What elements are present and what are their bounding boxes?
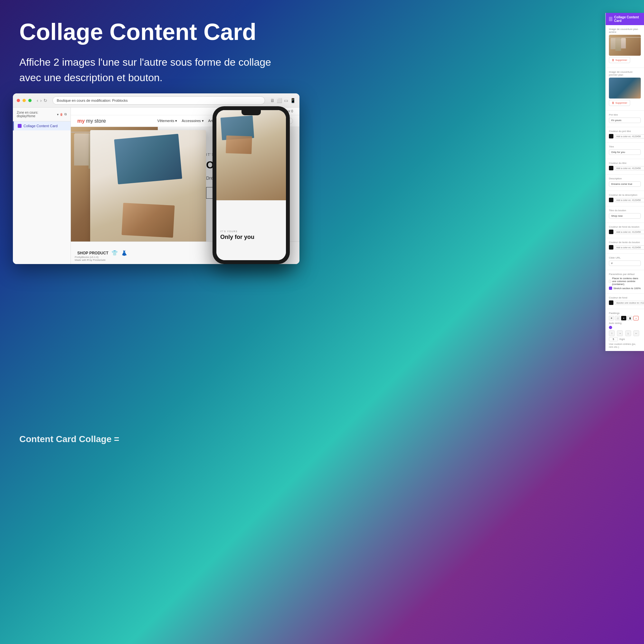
panel-desc-color-section: Couleur de la description	[606, 191, 644, 206]
panel-padding-arrows: ↑ → ↓ ←	[609, 330, 641, 336]
phone-collage-bg	[216, 110, 286, 200]
padding-mobile-icon[interactable]: 📱	[627, 316, 632, 320]
panel-bg-image-delete-btn[interactable]: 🗑 Supprimer	[609, 57, 630, 63]
panel-title-section: Titre	[606, 143, 644, 159]
shop-nav-vetements[interactable]: Vêtements ▾	[157, 119, 177, 123]
nav-back-icon[interactable]: ‹	[37, 98, 38, 103]
desktop-icon[interactable]: 🖥	[270, 98, 275, 103]
panel-title-color-swatch[interactable]	[609, 166, 613, 170]
padding-top-input[interactable]	[609, 337, 618, 341]
panel-bg-color-row	[609, 300, 641, 305]
phone-pretitle: IT'S YOURS	[220, 230, 282, 232]
hero-title: Collage Content Card	[19, 19, 348, 45]
phone-screen: IT'S YOURS Only for you	[216, 110, 286, 260]
shop-nav-accessoires[interactable]: Accessoires ▾	[182, 119, 204, 123]
trash-icon: 🗑	[612, 59, 614, 62]
padding-circle-icon[interactable]: ●	[621, 316, 626, 320]
panel-title-color-input[interactable]	[615, 166, 644, 170]
sidebar-zone-dropdown-icon[interactable]: ▾	[57, 113, 59, 116]
tablet-icon[interactable]: ⬜	[277, 98, 282, 103]
panel-padding-icons: 🖥 ⬜ ● 📱 ✕	[609, 316, 641, 320]
padding-reset-icon[interactable]: ✕	[633, 316, 639, 320]
collage-foreground-image	[90, 130, 206, 256]
panel-bg-color-swatch[interactable]	[609, 300, 613, 305]
padding-tablet-icon[interactable]: ⬜	[615, 316, 620, 320]
padding-right-label: Right	[619, 338, 626, 340]
padding-desktop-icon[interactable]: 🖥	[609, 316, 614, 320]
padding-left-arrow[interactable]: ←	[633, 330, 639, 336]
panel-bg-image-preview	[609, 35, 641, 56]
browser-sidebar: Zone en cours: displayHome ▾ 🗑 ⧉ Collage…	[13, 108, 71, 264]
shop-logo-store: my store	[86, 118, 106, 124]
nav-refresh-icon[interactable]: ↻	[43, 98, 47, 103]
panel-btn-title-input[interactable]	[609, 213, 641, 219]
panel-bg-color-input[interactable]	[615, 301, 644, 305]
panel-fg-image-delete-btn[interactable]: 🗑 Supprimer	[609, 100, 630, 106]
panel-btn-text-color-label: Couleur de texte du bouton	[609, 241, 641, 244]
panel-pretitle-color-input[interactable]	[615, 134, 644, 138]
sidebar-item-icon	[18, 124, 22, 128]
panel-pretitle-color-section: Couleur du pré titre	[606, 127, 644, 143]
mobile-icon[interactable]: 📱	[290, 98, 296, 103]
panel-btn-text-color-swatch[interactable]	[609, 245, 613, 250]
sidebar-copy-icon[interactable]: ⧉	[64, 112, 67, 116]
panel-btn-bg-color-section: Couleur de fond du bouton	[606, 223, 644, 238]
panel-paddings-label: Paddings	[609, 312, 641, 315]
panel-title-color-row	[609, 166, 641, 170]
panel-center-content-checkbox[interactable]	[609, 280, 611, 283]
panel-btn-bg-color-input[interactable]	[615, 230, 644, 234]
browser-close-btn[interactable]	[17, 99, 20, 102]
panel-btn-bg-color-swatch[interactable]	[609, 230, 613, 234]
panel-btn-text-color-input[interactable]	[615, 245, 644, 250]
boots-overlay	[121, 203, 175, 238]
tablet-rotated-icon[interactable]: ▭	[284, 98, 288, 103]
url-text: Boutique en cours de modification: Probl…	[57, 99, 128, 102]
trash-icon-2: 🗑	[612, 101, 614, 104]
panel-auto-sizing-label: Auto sizing	[609, 322, 641, 325]
panel-pretitle-color-swatch[interactable]	[609, 134, 613, 138]
padding-right-arrow[interactable]: →	[617, 330, 623, 336]
browser-nav-icons: ‹ › ↻	[37, 98, 47, 103]
panel-stretch-label: Stretch section to 100%	[613, 287, 641, 290]
padding-up-arrow[interactable]: ↑	[609, 330, 615, 336]
nav-forward-icon[interactable]: ›	[40, 98, 42, 103]
panel-desc-label: Description	[609, 177, 641, 180]
panel-pretitle-input[interactable]	[609, 118, 641, 123]
product-icon-2: 👗	[121, 250, 128, 256]
panel-pretitle-label: Pré titre	[609, 113, 641, 116]
panel-desc-color-input[interactable]	[615, 198, 644, 202]
panel-header-title: Collage Content Card	[614, 15, 641, 23]
panel-desc-color-swatch[interactable]	[609, 198, 613, 202]
shop-nav-art[interactable]: Art	[208, 119, 213, 123]
panel-bg-color-section: Couleur de fond	[606, 294, 644, 309]
phone-notch	[241, 110, 261, 115]
panel-stretch-checkbox[interactable]	[609, 287, 612, 290]
panel-bg-image-label: Image de couverture plan arrière	[609, 28, 641, 33]
browser-maximize-btn[interactable]	[28, 99, 32, 102]
product-icon-1: 👕	[111, 250, 118, 256]
footer-credit: Made with ♥ by PrestaSafe	[75, 259, 106, 261]
panel-title-color-label: Couleur du titre	[609, 162, 641, 165]
panel-fg-image-label: Image de couverture premier plan	[609, 71, 641, 76]
panel-header-icon	[609, 17, 612, 21]
padding-down-arrow[interactable]: ↓	[625, 330, 631, 336]
phone-boots-overlay	[226, 136, 252, 154]
panel-desc-input[interactable]	[609, 181, 641, 187]
panel-pretitle-section: Pré titre	[606, 111, 644, 127]
panel-title-input[interactable]	[609, 149, 641, 155]
panel-center-content-row: Placer le contenu dans une colonne centr…	[609, 277, 641, 286]
panel-btn-title-section: Titre du bouton	[606, 206, 644, 223]
content-card-collage-label: Content Card Collage =	[19, 434, 119, 444]
browser-url-bar[interactable]: Boutique en cours de modification: Probl…	[52, 96, 265, 105]
panel-url-input[interactable]	[609, 260, 641, 266]
browser-minimize-btn[interactable]	[23, 99, 26, 102]
panel-header: Collage Content Card	[606, 13, 644, 25]
hero-section: Collage Content Card Affiche 2 images l'…	[19, 19, 348, 85]
panel-fg-image-section: Image de couverture premier plan 🗑 Suppr…	[606, 68, 644, 111]
panel-url-section: Cible URL	[606, 254, 644, 270]
sidebar-collage-item[interactable]: Collage Content Card	[13, 121, 71, 130]
panel-pretitle-color-label: Couleur du pré titre	[609, 130, 641, 133]
sidebar-trash-icon[interactable]: 🗑	[60, 113, 63, 116]
settings-panel: Collage Content Card Image de couverture…	[605, 13, 644, 351]
panel-stretch-row: Stretch section to 100%	[609, 287, 641, 290]
